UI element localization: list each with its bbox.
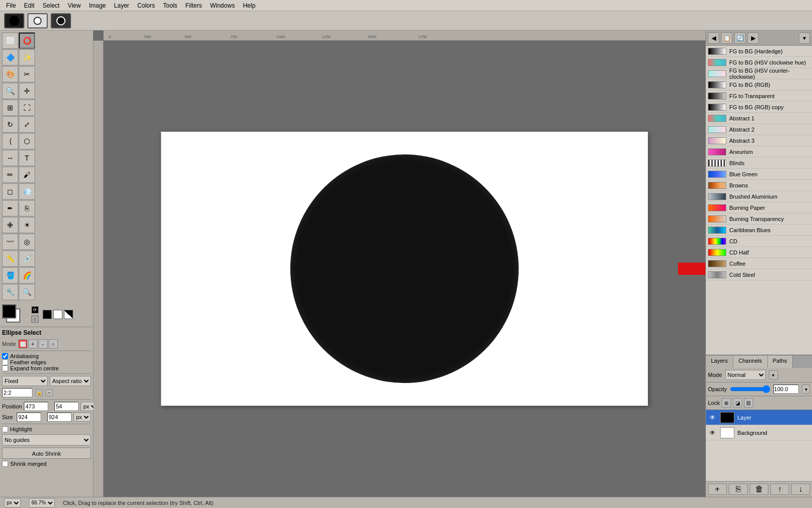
layer-duplicate-button[interactable]: ⎘ xyxy=(729,484,748,495)
right-panel-btn2[interactable]: 📋 xyxy=(721,33,732,44)
tool-flip[interactable]: ↔ xyxy=(2,150,18,166)
feather-checkbox[interactable] xyxy=(2,359,8,365)
gradient-blinds[interactable]: Blinds xyxy=(706,157,812,169)
layers-mode-select[interactable]: Normal Multiply Screen xyxy=(725,370,766,380)
tool-fuzzy-select[interactable]: ✨ xyxy=(19,49,35,66)
pos-y-input[interactable] xyxy=(54,402,79,411)
tool-ink[interactable]: ✒ xyxy=(2,200,18,216)
menu-image[interactable]: Image xyxy=(85,1,110,10)
tool-blend[interactable]: 🌈 xyxy=(19,267,35,283)
tab-channels[interactable]: Channels xyxy=(733,356,767,368)
unit-select[interactable]: px in xyxy=(4,498,21,507)
highlight-checkbox[interactable] xyxy=(2,426,8,432)
tool-airbrush[interactable]: 💨 xyxy=(19,183,35,200)
menu-tools[interactable]: Tools xyxy=(159,1,181,10)
layer-visibility-background[interactable]: 👁 xyxy=(708,428,717,437)
gradient-brushed-al[interactable]: Brushed Aluminium xyxy=(706,191,812,202)
right-panel-collapse[interactable]: ▾ xyxy=(799,33,810,44)
tool-foreground-select[interactable]: 🔍 xyxy=(2,83,18,99)
tool-free-select[interactable]: 🔷 xyxy=(2,49,18,66)
tool-scissors[interactable]: ✂ xyxy=(19,66,35,82)
layer-up-button[interactable]: ↑ xyxy=(770,484,789,495)
guides-select[interactable]: No guides Rule of thirds xyxy=(2,434,91,446)
menu-help[interactable]: Help xyxy=(239,1,260,10)
gradient-browns[interactable]: Browns xyxy=(706,180,812,191)
tool-pencil[interactable]: ✏ xyxy=(2,167,18,183)
layer-delete-button[interactable]: 🗑 xyxy=(750,484,768,495)
tool-perspective[interactable]: ⬡ xyxy=(19,133,35,149)
shrink-merged-checkbox[interactable] xyxy=(2,461,8,467)
menu-select[interactable]: Select xyxy=(39,1,63,10)
gradient-abstract3[interactable]: Abstract 3 xyxy=(706,135,812,146)
fg-bg-colors[interactable] xyxy=(2,304,27,325)
gradient-fg-bg-hsv-ccw[interactable]: FG to BG (HSV counter-clockwise) xyxy=(706,68,812,79)
lock-position-btn[interactable]: ⛓ xyxy=(744,398,753,407)
mode-subtract[interactable]: - xyxy=(39,339,48,348)
gradient-cd[interactable]: CD xyxy=(706,236,812,247)
tab-paths[interactable]: Paths xyxy=(768,356,793,368)
layer-down-button[interactable]: ↓ xyxy=(791,484,810,495)
gradient-fg-bg-hardedge[interactable]: FG to BG (Hardedge) xyxy=(706,46,812,57)
tool-paintbrush[interactable]: 🖌 xyxy=(19,167,35,183)
gradient-fg-transparent[interactable]: FG to Transparent xyxy=(706,90,812,102)
tool-color-picker[interactable]: 💉 xyxy=(19,250,35,267)
tool-zoom[interactable]: 🔍 xyxy=(19,284,35,300)
tool-eraser[interactable]: ◻ xyxy=(2,183,18,200)
tool-align[interactable]: ⊞ xyxy=(2,100,18,116)
tool-paths[interactable]: 🔧 xyxy=(2,284,18,300)
tool-rotate[interactable]: ↻ xyxy=(2,116,18,133)
tool-convolve[interactable]: ◎ xyxy=(19,234,35,250)
lock-pixels-btn[interactable]: ⊞ xyxy=(722,398,731,407)
right-panel-btn1[interactable]: ◀ xyxy=(708,33,719,44)
lock-alpha-btn[interactable]: ◪ xyxy=(733,398,742,407)
size-h-input[interactable] xyxy=(47,412,72,422)
tab-layers[interactable]: Layers xyxy=(706,356,733,368)
layer-row-layer[interactable]: 👁 Layer xyxy=(706,410,812,425)
layer-visibility-layer[interactable]: 👁 xyxy=(708,413,717,422)
pos-x-input[interactable] xyxy=(24,402,48,411)
menu-colors[interactable]: Colors xyxy=(133,1,159,10)
menu-view[interactable]: View xyxy=(63,1,85,10)
size-w-input[interactable] xyxy=(17,412,41,422)
gradient-blue-green[interactable]: Blue Green xyxy=(706,169,812,180)
tool-rectangle-select[interactable]: ⬜ xyxy=(2,33,18,49)
constraint-select[interactable]: Fixed No Constraint xyxy=(2,376,48,386)
fg-color-swatch[interactable] xyxy=(2,304,16,319)
menu-layer[interactable]: Layer xyxy=(110,1,133,10)
gradient-list[interactable]: FG to BG (Hardedge) FG to BG (HSV clockw… xyxy=(706,46,812,355)
tool-dodge-burn[interactable]: ☀ xyxy=(19,217,35,233)
aspect-select[interactable]: Aspect ratio Size xyxy=(50,376,91,386)
gradient-burning-paper[interactable]: Burning Paper xyxy=(706,202,812,213)
opacity-value-input[interactable] xyxy=(773,385,799,394)
tool-crop[interactable]: ⛶ xyxy=(19,100,35,116)
swap-aspect-btn[interactable]: ↔ xyxy=(46,389,53,396)
right-panel-btn3[interactable]: 🔄 xyxy=(734,33,746,44)
tool-move[interactable]: ✛ xyxy=(19,83,35,99)
mode-add[interactable]: + xyxy=(28,339,38,348)
tool-shear[interactable]: ⟨ xyxy=(2,133,18,149)
tool-smudge[interactable]: 〰 xyxy=(2,234,18,250)
menu-filters[interactable]: Filters xyxy=(181,1,206,10)
tool-select-by-color[interactable]: 🎨 xyxy=(2,66,18,82)
layers-expand-btn[interactable]: ▾ xyxy=(769,370,778,379)
gradient-caribbean[interactable]: Caribbean Blues xyxy=(706,225,812,236)
gradient-abstract2[interactable]: Abstract 2 xyxy=(706,124,812,135)
gradient-fg-bg-hsv-cw[interactable]: FG to BG (HSV clockwise hue) xyxy=(706,57,812,68)
menu-file[interactable]: File xyxy=(2,1,20,10)
layer-new-button[interactable]: + xyxy=(708,484,727,495)
tool-scale[interactable]: ⤢ xyxy=(19,116,35,133)
gradient-cd-half[interactable]: CD Half xyxy=(706,247,812,258)
mode-replace[interactable]: ⬜ xyxy=(18,339,27,348)
tool-ellipse-select[interactable]: ⭕ xyxy=(19,33,35,49)
layer-row-background[interactable]: 👁 Background xyxy=(706,425,812,440)
gradient-coffee[interactable]: Coffee xyxy=(706,258,812,269)
tool-measure[interactable]: 📏 xyxy=(2,250,18,267)
gradient-cold-steel[interactable]: Cold Steel xyxy=(706,269,812,280)
auto-shrink-button[interactable]: Auto Shrink xyxy=(2,448,91,459)
gradient-fg-bg-rgb-copy[interactable]: FG to BG (RGB) copy xyxy=(706,102,812,113)
right-panel-btn4[interactable]: ▶ xyxy=(748,33,759,44)
gradient-abstract1[interactable]: Abstract 1 xyxy=(706,113,812,124)
menu-edit[interactable]: Edit xyxy=(20,1,39,10)
gradient-aneurism[interactable]: Aneurism xyxy=(706,146,812,157)
lock-aspect-btn[interactable]: 🔒 xyxy=(36,389,43,396)
